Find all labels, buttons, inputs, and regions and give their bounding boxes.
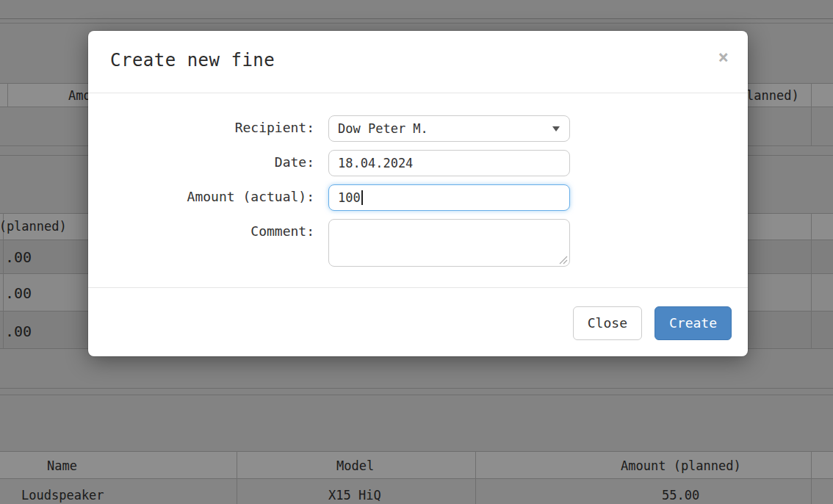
modal-title: Create new fine	[110, 50, 726, 71]
date-label: Date:	[110, 150, 314, 170]
recipient-row: Recipient: Dow Peter M.	[110, 115, 726, 142]
amount-value: 100	[338, 190, 361, 205]
modal-header: Create new fine ×	[88, 31, 748, 93]
comment-textarea[interactable]	[328, 219, 570, 267]
date-value: 18.04.2024	[338, 156, 413, 170]
close-icon[interactable]: ×	[718, 48, 729, 66]
dropdown-arrow-icon	[552, 126, 560, 132]
modal-footer: Close Create	[88, 287, 748, 356]
date-input[interactable]: 18.04.2024	[328, 150, 570, 176]
modal-body: Recipient: Dow Peter M. Date: 18.04.2024…	[88, 93, 748, 287]
amount-label: Amount (actual):	[110, 184, 314, 204]
close-button[interactable]: Close	[573, 306, 642, 340]
date-row: Date: 18.04.2024	[110, 150, 726, 176]
comment-row: Comment:	[110, 219, 726, 267]
recipient-label: Recipient:	[110, 115, 314, 135]
create-button[interactable]: Create	[654, 306, 732, 340]
comment-label: Comment:	[110, 219, 314, 239]
amount-input[interactable]: 100	[328, 184, 570, 211]
create-fine-modal: Create new fine × Recipient: Dow Peter M…	[88, 31, 748, 356]
amount-row: Amount (actual): 100	[110, 184, 726, 211]
text-caret	[361, 190, 363, 205]
recipient-select[interactable]: Dow Peter M.	[328, 115, 570, 142]
recipient-selected-value: Dow Peter M.	[338, 121, 428, 136]
